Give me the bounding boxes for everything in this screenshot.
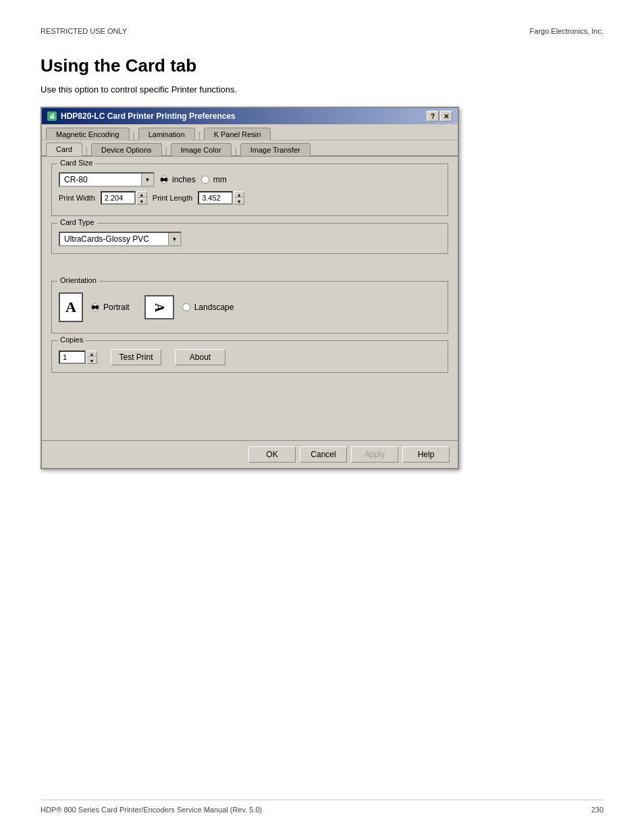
tab-row2-sep3: | [234, 146, 238, 155]
page-footer: HDP® 800 Series Card Printer/Encoders Se… [41, 800, 603, 814]
radio-portrait[interactable] [91, 303, 99, 311]
portrait-letter: A [65, 298, 76, 316]
orientation-group: Orientation A Portrait A [51, 281, 448, 334]
landscape-icon: A [144, 295, 174, 319]
footer-right: 230 [591, 806, 603, 814]
tab-lamination[interactable]: Lamination [138, 128, 195, 140]
portrait-icon: A [59, 292, 83, 322]
card-size-select-value: CR-80 [60, 174, 141, 186]
card-type-dropdown-arrow[interactable]: ▼ [168, 233, 180, 245]
card-size-label: Card Size [57, 159, 95, 167]
dialog-window: 🖨 HDP820-LC Card Printer Printing Prefer… [41, 107, 459, 469]
copies-label: Copies [57, 336, 86, 344]
header-right: Fargo Electronics, Inc. [530, 27, 603, 35]
titlebar-buttons: ? ✕ [427, 111, 452, 122]
page-subtitle: Use this option to control specific Prin… [41, 84, 603, 95]
landscape-radio-group[interactable]: Landscape [182, 303, 234, 312]
orientation-label: Orientation [57, 276, 99, 284]
tab-content-card: Card Size CR-80 ▼ inches [42, 157, 458, 440]
tab-row1-sep1: | [132, 130, 136, 140]
landscape-letter: A [152, 303, 166, 312]
print-length-up[interactable]: ▲ [234, 191, 244, 198]
unit-inches-group[interactable]: inches [160, 175, 196, 184]
card-size-dropdown-arrow[interactable]: ▼ [141, 174, 153, 186]
close-titlebar-button[interactable]: ✕ [440, 111, 452, 122]
orientation-row: A Portrait A [59, 292, 441, 322]
print-width-up[interactable]: ▲ [136, 191, 147, 198]
landscape-label: Landscape [194, 303, 234, 312]
spacer [51, 261, 448, 281]
copies-group: Copies 1 ▲ ▼ Test Print About [51, 340, 448, 373]
apply-button[interactable]: Apply [351, 446, 398, 463]
print-length-label: Print Length [153, 194, 192, 202]
unit-inches-label: inches [172, 175, 196, 184]
card-size-row2: Print Width 2.204 ▲ ▼ Print Length 3.452… [59, 191, 441, 205]
copies-spinner[interactable]: 1 ▲ ▼ [59, 350, 97, 364]
ok-button[interactable]: OK [248, 446, 296, 463]
portrait-label: Portrait [103, 303, 130, 312]
dialog-titlebar: 🖨 HDP820-LC Card Printer Printing Prefer… [42, 108, 458, 124]
tab-row1-sep2: | [197, 130, 202, 140]
tab-row2-sep2: | [164, 146, 169, 155]
page-title: Using the Card tab [41, 55, 603, 76]
tab-magnetic-encoding[interactable]: Magnetic Encoding [46, 128, 130, 140]
copies-down[interactable]: ▼ [86, 357, 97, 364]
about-button[interactable]: About [175, 349, 225, 365]
radio-landscape[interactable] [182, 303, 190, 311]
card-type-group: Card Type UltraCards-Glossy PVC ▼ [51, 223, 448, 254]
tab-image-color[interactable]: Image Color [171, 143, 232, 156]
help-titlebar-button[interactable]: ? [427, 111, 439, 122]
copies-value[interactable]: 1 [59, 350, 86, 364]
header-left: RESTRICTED USE ONLY [41, 27, 127, 35]
tab-image-transfer[interactable]: Image Transfer [240, 143, 311, 156]
tab-k-panel-resin[interactable]: K Panel Resin [204, 128, 271, 140]
print-width-down[interactable]: ▼ [136, 198, 147, 205]
dialog-titlebar-left: 🖨 HDP820-LC Card Printer Printing Prefer… [47, 111, 236, 121]
card-type-select-wrapper[interactable]: UltraCards-Glossy PVC ▼ [59, 232, 182, 246]
card-size-select-wrapper[interactable]: CR-80 ▼ [59, 172, 155, 187]
print-width-label: Print Width [59, 194, 95, 202]
dialog-title: HDP820-LC Card Printer Printing Preferen… [61, 111, 236, 121]
card-size-group: Card Size CR-80 ▼ inches [51, 163, 448, 216]
portrait-radio-group[interactable]: Portrait [91, 303, 130, 312]
print-length-down[interactable]: ▼ [234, 198, 244, 205]
tab-row2-sep1: | [84, 146, 89, 155]
print-length-spinner[interactable]: 3.452 ▲ ▼ [198, 191, 244, 205]
print-width-spinner-buttons[interactable]: ▲ ▼ [136, 191, 147, 205]
print-length-value[interactable]: 3.452 [198, 191, 233, 205]
radio-mm[interactable] [201, 176, 209, 184]
print-width-value[interactable]: 2.204 [101, 191, 136, 205]
unit-mm-label: mm [213, 175, 227, 184]
unit-mm-group[interactable]: mm [201, 175, 227, 184]
copies-up[interactable]: ▲ [86, 350, 97, 357]
printer-icon: 🖨 [47, 111, 57, 121]
tab-device-options[interactable]: Device Options [91, 143, 162, 156]
card-type-label: Card Type [57, 218, 97, 226]
card-type-select-value: UltraCards-Glossy PVC [60, 233, 168, 245]
cancel-button[interactable]: Cancel [300, 446, 347, 463]
print-length-spinner-buttons[interactable]: ▲ ▼ [234, 191, 244, 205]
print-width-spinner[interactable]: 2.204 ▲ ▼ [101, 191, 147, 205]
copies-row: 1 ▲ ▼ Test Print About [59, 349, 441, 365]
dialog-bottom-bar: OK Cancel Apply Help [42, 440, 458, 468]
test-print-button[interactable]: Test Print [111, 349, 161, 365]
help-button[interactable]: Help [402, 446, 450, 463]
radio-inches[interactable] [160, 176, 168, 184]
tab-card[interactable]: Card [46, 142, 82, 156]
card-size-row1: CR-80 ▼ inches mm [59, 172, 441, 187]
footer-left: HDP® 800 Series Card Printer/Encoders Se… [41, 806, 262, 814]
copies-spinner-buttons[interactable]: ▲ ▼ [86, 350, 97, 364]
